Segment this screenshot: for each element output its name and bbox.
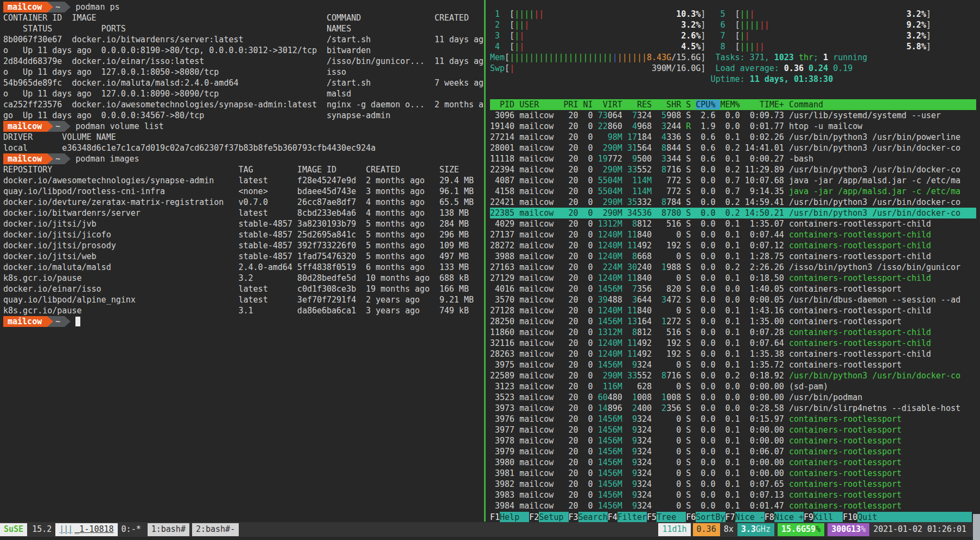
htop-function-key-bar: F1Help F2Setup F3SearchF4FilterF5Tree F6… [490, 512, 972, 523]
fkey-quit[interactable]: F10 [843, 512, 857, 523]
process-row[interactable]: 3570 mailcow 20 0 39488 3644 3472 S 0.0 … [490, 294, 976, 305]
fkey-label[interactable]: Kill [813, 512, 843, 523]
session-name: _1-10818 [74, 524, 113, 534]
process-row[interactable]: 22385 mailcow 20 0 290M 34536 8780 S 0.0… [490, 208, 976, 218]
powerline-arrow-icon [47, 2, 53, 12]
tmux-status-right: 11d1h 0.36 8x 3.3GHz 15.6G59% 300G13% 20… [658, 523, 970, 536]
fkey-label[interactable]: Setup [539, 512, 568, 523]
podman-images-row: docker.io/bitwardenrs/server latest 8cbd… [3, 208, 484, 218]
process-row[interactable]: 28272 mailcow 20 0 1240M 11492 192 S 0.0… [490, 240, 976, 251]
tmux-session-badge[interactable]: |||_1-10818 [55, 523, 117, 536]
process-row[interactable]: 28263 mailcow 20 0 1240M 11492 192 S 0.0… [490, 349, 976, 359]
tmux-window-0[interactable]: 0:-* [118, 523, 145, 536]
os-version-label: 15.2 [28, 523, 55, 536]
process-row[interactable]: 22589 mailcow 20 0 290M 33552 8716 S 0.0… [490, 370, 976, 381]
pane-divider[interactable] [484, 0, 486, 522]
process-row[interactable]: 3984 mailcow 20 0 1456M 9324 0 S 0.0 0.1… [490, 500, 976, 511]
fkey-sortby[interactable]: F6 [686, 512, 696, 523]
clock-label: 2021-01-02 01:26:01 [869, 523, 970, 536]
disk-badge: 300G13% [828, 523, 869, 536]
fkey-label[interactable]: Tree [657, 512, 686, 523]
podman-ps-row: 54b965de89fc docker.io/maluta/malsd:2.4.… [3, 78, 484, 88]
fkey-setup[interactable]: F2 [529, 512, 539, 523]
process-row[interactable]: 3523 mailcow 20 0 60480 1008 1008 S 0.0 … [490, 392, 976, 403]
cpu-meter-row: 4 [||4.5%] 8 [|||||5.8%] [490, 41, 980, 52]
process-row[interactable]: 3982 mailcow 20 0 1456M 9324 0 S 0.0 0.1… [490, 479, 976, 490]
process-row[interactable]: 3976 mailcow 20 0 1456M 9324 0 S 0.0 0.1… [490, 414, 976, 425]
fkey-search[interactable]: F3 [569, 512, 578, 523]
fkey-label[interactable]: Quit [857, 512, 877, 523]
htop-meters: 1 [||||||10.3%] 5 [|||3.2%]2 [|||3.2%] 6… [490, 9, 980, 85]
fkey-kill[interactable]: F9 [804, 512, 813, 523]
cpu-meter-row: 1 [||||||10.3%] 5 [|||3.2%] [490, 9, 980, 20]
tmux-left-pane[interactable]: mailcow~podman psCONTAINER ID IMAGE COMM… [0, 0, 484, 523]
process-row[interactable]: 28250 mailcow 20 0 1456M 13164 1272 S 0.… [490, 316, 976, 327]
process-row[interactable]: 4016 mailcow 20 0 1456M 7356 820 S 0.0 0… [490, 284, 976, 294]
process-row[interactable]: 3977 mailcow 20 0 1456M 9324 0 S 0.0 0.1… [490, 425, 976, 435]
process-row[interactable]: 27214 mailcow 20 0 98M 17184 4336 S 0.6 … [490, 132, 976, 143]
prompt-path-segment: ~ [53, 2, 65, 12]
podman-ps-header: STATUS PORTS NAMES [3, 23, 484, 34]
powerline-arrow-icon [65, 121, 71, 132]
process-row[interactable]: 27128 mailcow 20 0 1240M 11840 0 S 0.0 0… [490, 305, 976, 316]
text-cursor[interactable] [75, 317, 80, 326]
fkey-label[interactable]: Help [500, 512, 529, 523]
process-row[interactable]: 11118 mailcow 20 0 19772 9500 3344 S 0.6… [490, 153, 976, 164]
htop-process-list: 3096 mailcow 20 0 73064 7324 5908 S 2.6 … [490, 110, 980, 511]
typed-command: podman ps [71, 2, 119, 12]
powerline-arrow-icon [47, 121, 53, 132]
podman-ps-row: go Up 11 days ago 0.0.0.0:34567->80/tcp … [3, 110, 484, 121]
process-row[interactable]: 27137 mailcow 20 0 1240M 11840 0 S 0.0 0… [490, 229, 976, 240]
powerline-arrow-icon [65, 153, 71, 164]
process-row[interactable]: 3983 mailcow 20 0 1456M 9324 0 S 0.0 0.1… [490, 490, 976, 500]
process-row[interactable]: 3975 mailcow 20 0 1456M 9324 0 S 0.0 0.1… [490, 359, 976, 370]
cpu-meter-row: 2 [|||3.2%] 6 [||||||9.2%] [490, 20, 980, 30]
tmux-right-pane-htop[interactable]: 1 [||||||10.3%] 5 [|||3.2%]2 [|||3.2%] 6… [487, 0, 980, 522]
process-row[interactable]: 11860 mailcow 20 0 1312M 8812 516 S 0.0 … [490, 327, 976, 338]
process-row[interactable]: 32116 mailcow 20 0 1240M 11492 192 S 0.0… [490, 338, 976, 349]
process-row[interactable]: 3981 mailcow 20 0 1456M 9324 0 S 0.0 0.1… [490, 468, 976, 479]
process-row[interactable]: 3973 mailcow 20 0 14896 2400 2356 S 0.0 … [490, 403, 976, 414]
tmux-window-1[interactable]: 1:bash# [148, 523, 189, 536]
shell-prompt: mailcow~podman volume list [3, 121, 484, 132]
fkey-label[interactable]: Nice + [774, 512, 804, 523]
shell-prompt: mailcow~podman ps [3, 2, 484, 12]
podman-ps-header: CONTAINER ID IMAGE COMMAND CREATED [3, 12, 484, 23]
podman-ps-row: 2d84dd68379e docker.io/einar/isso:latest… [3, 56, 484, 67]
process-row[interactable]: 22394 mailcow 20 0 290M 33552 8716 S 0.0… [490, 164, 976, 175]
process-row[interactable]: 3980 mailcow 20 0 1456M 9324 0 S 0.0 0.1… [490, 457, 976, 468]
process-row[interactable]: 19140 mailcow 20 0 22860 4968 3244 R 1.9… [490, 121, 976, 132]
podman-ps-row: 8b0067f30e67 docker.io/bitwardenrs/serve… [3, 34, 484, 45]
fkey-filter[interactable]: F4 [608, 512, 618, 523]
process-row[interactable]: 3978 mailcow 20 0 1456M 9324 0 S 0.0 0.1… [490, 435, 976, 446]
htop-column-header[interactable]: PID USER PRI NI VIRT RES SHR S CPU% MEM%… [490, 99, 976, 110]
podman-volume-row: local e36348d6c1e7c1ca7d019c02a7cd62307f… [3, 143, 484, 153]
process-row[interactable]: 3096 mailcow 20 0 73064 7324 5908 S 2.6 … [490, 110, 976, 121]
process-row[interactable]: 4158 mailcow 20 0 5504M 114M 772 S 0.0 0… [490, 186, 976, 197]
process-row[interactable]: 22421 mailcow 20 0 290M 35332 8784 S 0.0… [490, 197, 976, 208]
podman-ps-row: o Up 11 days ago 127.0.0.1:8090->8090/tc… [3, 88, 484, 99]
powerline-arrow-icon [47, 316, 53, 327]
fkey-label[interactable]: Filter [618, 512, 647, 523]
fkey-tree[interactable]: F5 [647, 512, 657, 523]
process-row[interactable]: 27163 mailcow 20 0 224M 30240 1988 S 0.0… [490, 262, 976, 273]
process-row[interactable]: 4087 mailcow 20 0 5504M 114M 772 S 0.0 0… [490, 175, 976, 186]
fkey-nice-[interactable]: F8 [765, 512, 774, 523]
process-row[interactable]: 3988 mailcow 20 0 1240M 8668 0 S 0.0 0.1… [490, 251, 976, 262]
scrollbar-thumb[interactable] [973, 514, 980, 540]
process-row[interactable]: 27129 mailcow 20 0 1240M 11840 0 S 0.0 0… [490, 273, 976, 284]
process-row[interactable]: 3979 mailcow 20 0 1456M 9324 0 S 0.0 0.1… [490, 446, 976, 457]
prompt-user-segment: mailcow [3, 316, 47, 327]
process-row[interactable]: 4029 mailcow 20 0 1312M 8812 516 S 0.0 0… [490, 218, 976, 229]
tmux-window-2[interactable]: 2:bash#- [192, 523, 239, 536]
fkey-label[interactable]: Search [578, 512, 608, 523]
fkey-label[interactable]: SortBy [696, 512, 725, 523]
fkey-nice-[interactable]: F7 [726, 512, 735, 523]
fkey-help[interactable]: F1 [490, 512, 500, 523]
fkey-label[interactable]: Nice - [735, 512, 765, 523]
podman-images-row: k8s.gcr.io/pause 3.2 80d28bedfe5d 10 mon… [3, 273, 484, 284]
process-row[interactable]: 28001 mailcow 20 0 290M 31564 8844 S 0.6… [490, 143, 976, 153]
podman-images-row: docker.io/awesometechnologies/synapse-ad… [3, 175, 484, 186]
process-row[interactable]: 3123 mailcow 20 0 116M 628 0 S 0.0 0.0 0… [490, 381, 976, 392]
load-badge: 0.36 [693, 523, 720, 536]
